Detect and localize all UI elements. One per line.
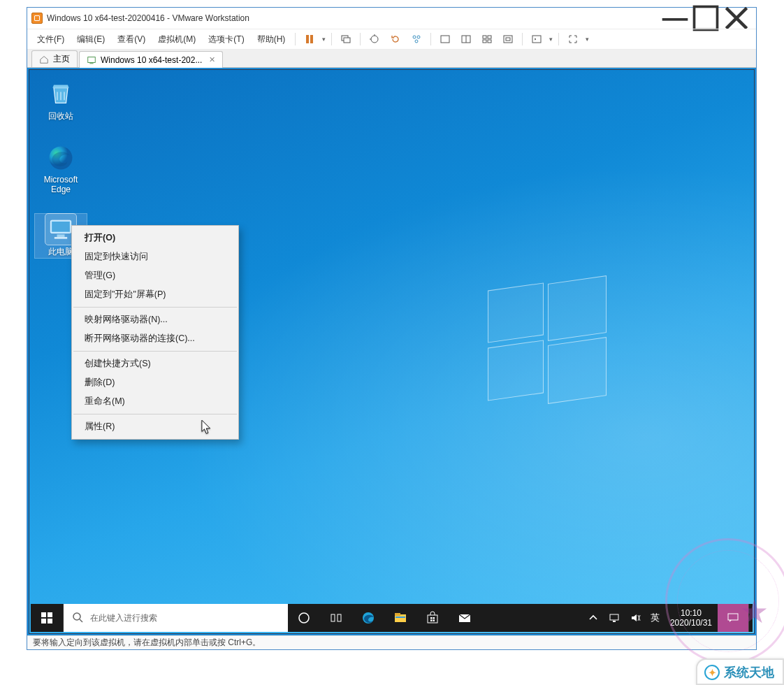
cortana-button[interactable] (288, 604, 320, 632)
svg-point-31 (73, 613, 80, 620)
tab-vm[interactable]: Windows 10 x64-test-202... ✕ (79, 51, 223, 68)
menu-view[interactable]: 查看(V) (112, 31, 151, 48)
ctx-create-shortcut[interactable]: 创建快捷方式(S) (72, 354, 238, 373)
svg-rect-1 (695, 7, 718, 30)
svg-rect-21 (89, 63, 93, 64)
console-button[interactable] (527, 31, 546, 48)
edge-icon (45, 143, 76, 173)
svg-point-9 (415, 40, 418, 43)
ctx-pin-quick-access[interactable]: 固定到快速访问 (72, 247, 238, 266)
windows-logo-wallpaper (488, 280, 607, 398)
svg-rect-2 (306, 35, 309, 43)
view-split-button[interactable] (456, 31, 476, 48)
svg-rect-30 (48, 619, 52, 623)
tab-close-icon[interactable]: ✕ (209, 55, 215, 64)
tray-volume-icon[interactable] (625, 604, 646, 632)
view-unity-button[interactable] (498, 31, 518, 48)
svg-rect-40 (428, 615, 437, 623)
home-icon (39, 55, 49, 64)
console-dropdown-icon[interactable]: ▾ (548, 36, 554, 43)
svg-rect-34 (331, 614, 335, 621)
svg-rect-3 (310, 35, 313, 43)
svg-rect-15 (483, 40, 486, 43)
pause-vm-button[interactable] (300, 31, 319, 48)
tray-network-icon[interactable] (604, 604, 625, 632)
power-dropdown-icon[interactable]: ▾ (321, 36, 327, 43)
search-icon (72, 612, 83, 625)
svg-rect-27 (41, 612, 46, 617)
desktop-icon-edge[interactable]: Microsoft Edge (35, 143, 87, 194)
ctx-map-network-drive[interactable]: 映射网络驱动器(N)... (72, 310, 238, 329)
guest-taskbar: 在此键入进行搜索 英 10:10 2020/10/31 (31, 604, 753, 632)
ctx-disconnect-network-drive[interactable]: 断开网络驱动器的连接(C)... (72, 329, 238, 348)
desktop-icon-label: Edge (35, 185, 87, 194)
svg-rect-0 (662, 18, 688, 21)
window-close-button[interactable] (721, 8, 752, 29)
desktop-icon-recycle-bin[interactable]: 回收站 (35, 78, 87, 122)
start-button[interactable] (31, 604, 63, 632)
task-view-button[interactable] (320, 604, 352, 632)
snapshot-take-button[interactable] (365, 31, 384, 48)
taskbar-app-explorer[interactable] (384, 604, 416, 632)
vm-tab-icon (87, 55, 96, 65)
guest-desktop-wallpaper[interactable]: 回收站 Microsoft Edge 此电脑 打开(O) 固定到快速访问 管理(… (29, 69, 755, 634)
menu-edit[interactable]: 编辑(E) (71, 31, 110, 48)
menu-help[interactable]: 帮助(H) (252, 31, 291, 48)
desktop-icon-label: Microsoft (35, 175, 87, 185)
svg-rect-18 (506, 38, 510, 41)
menu-tabs[interactable]: 选项卡(T) (203, 31, 249, 48)
tab-home[interactable]: 主页 (31, 50, 78, 67)
taskbar-search-box[interactable]: 在此键入进行搜索 (63, 604, 288, 632)
ctx-manage[interactable]: 管理(G) (72, 266, 238, 285)
svg-rect-16 (488, 40, 491, 43)
svg-rect-13 (483, 36, 486, 38)
window-minimize-button[interactable] (660, 8, 690, 29)
menu-file[interactable]: 文件(F) (31, 31, 70, 48)
fullscreen-dropdown-icon[interactable]: ▾ (584, 36, 590, 43)
taskbar-search-placeholder: 在此键入进行搜索 (90, 612, 157, 624)
fullscreen-button[interactable] (563, 31, 583, 48)
svg-rect-29 (41, 619, 46, 623)
ctx-rename[interactable]: 重命名(M) (72, 392, 238, 411)
taskbar-app-edge[interactable] (352, 604, 384, 632)
svg-rect-39 (395, 616, 405, 618)
tab-vm-label: Windows 10 x64-test-202... (101, 55, 202, 65)
svg-point-8 (417, 36, 420, 38)
ctx-open[interactable]: 打开(O) (72, 229, 238, 247)
svg-point-33 (299, 613, 309, 623)
brand-badge: ✦ 系统天地 (696, 658, 784, 685)
svg-rect-20 (88, 57, 96, 62)
snapshot-revert-button[interactable] (386, 31, 405, 48)
ctx-delete[interactable]: 删除(D) (72, 373, 238, 392)
statusbar-text: 要将输入定向到该虚拟机，请在虚拟机内部单击或按 Ctrl+G。 (33, 637, 261, 649)
watermark-star-icon: ★ (740, 593, 769, 630)
tray-chevron-up-icon[interactable] (583, 604, 604, 632)
svg-point-7 (413, 36, 416, 38)
snapshot-manager-button[interactable] (407, 31, 426, 48)
svg-rect-24 (52, 222, 70, 232)
svg-rect-26 (55, 237, 67, 239)
window-title: Windows 10 x64-test-20200416 - VMware Wo… (47, 13, 249, 23)
svg-rect-43 (430, 620, 433, 622)
tray-ime-indicator[interactable]: 英 (646, 604, 665, 632)
tab-home-label: 主页 (53, 53, 70, 65)
menu-vm[interactable]: 虚拟机(M) (152, 31, 201, 48)
svg-rect-42 (433, 617, 435, 619)
svg-rect-38 (395, 613, 400, 616)
recycle-bin-icon (45, 78, 76, 109)
svg-rect-10 (441, 36, 449, 43)
taskbar-app-store[interactable] (416, 604, 449, 632)
brand-text: 系统天地 (724, 664, 774, 681)
view-single-button[interactable] (435, 31, 455, 48)
window-maximize-button[interactable] (690, 8, 721, 29)
svg-line-32 (80, 619, 82, 622)
send-ctrl-alt-del-button[interactable] (336, 31, 356, 48)
view-thumb-button[interactable] (477, 31, 497, 48)
svg-point-6 (371, 36, 378, 43)
desktop-icon-label: 回收站 (35, 110, 87, 122)
ctx-pin-start[interactable]: 固定到"开始"屏幕(P) (72, 285, 238, 304)
svg-rect-17 (504, 36, 512, 43)
svg-rect-46 (610, 614, 618, 620)
svg-rect-47 (613, 621, 616, 622)
taskbar-app-mail[interactable] (449, 604, 481, 632)
